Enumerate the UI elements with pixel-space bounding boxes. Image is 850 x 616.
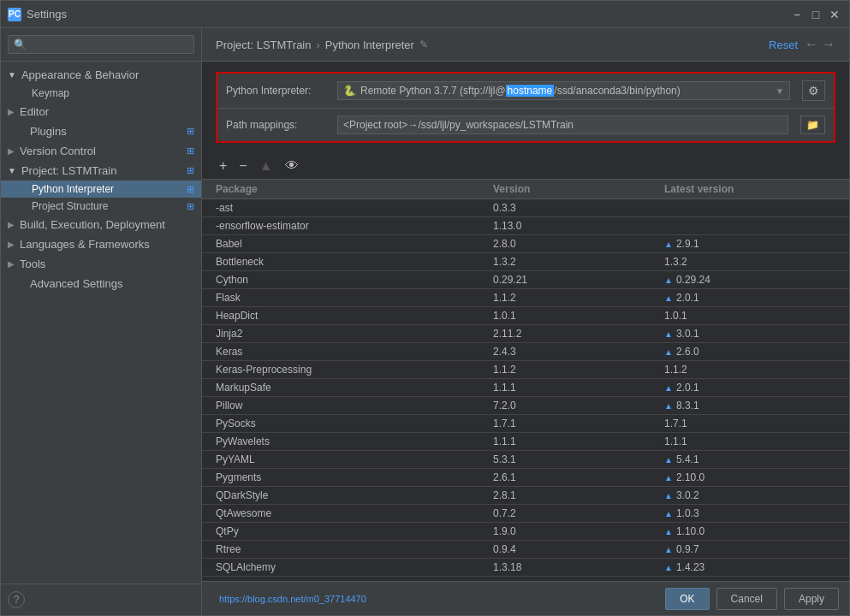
interpreter-text: Remote Python 3.7.7 (sftp://ljl@hostname… [360,85,770,97]
back-button[interactable]: ← [805,37,818,52]
arrow-icon: ▶ [8,259,15,269]
nav-arrows: ← → [805,37,835,52]
gear-button[interactable]: ⚙ [802,80,825,101]
folder-button[interactable]: 📁 [800,116,825,134]
update-arrow-icon: ▲ [664,383,673,393]
sidebar-item-appearance[interactable]: ▼ Appearance & Behavior [1,65,201,85]
table-row[interactable]: Keras-Preprocessing1.1.21.1.2 [202,361,849,379]
ok-button[interactable]: OK [665,588,709,610]
search-input[interactable] [8,35,194,54]
reset-button[interactable]: Reset [769,38,798,51]
table-row[interactable]: Flask1.1.2▲ 2.0.1 [202,289,849,307]
forward-button[interactable]: → [822,37,835,52]
sidebar-item-advanced[interactable]: Advanced Settings [1,274,201,293]
table-row[interactable]: Jinja22.11.2▲ 3.0.1 [202,325,849,343]
table-header: Package Version Latest version [202,180,849,199]
eye-button[interactable]: 👁 [282,157,302,175]
package-version: 1.3.2 [493,256,664,268]
package-version: 2.6.1 [493,471,664,483]
table-row[interactable]: QtAwesome0.7.2▲ 1.0.3 [202,505,849,523]
package-version: 1.1.2 [493,364,664,376]
package-version: 1.1.2 [493,292,664,304]
sidebar-item-plugins[interactable]: Plugins ⊞ [1,121,201,141]
update-arrow-icon: ▲ [664,545,673,554]
sidebar-item-project[interactable]: ▼ Project: LSTMTrain ⊞ [1,161,201,181]
sidebar-item-python-interpreter[interactable]: Python Interpreter ⊞ [1,181,201,198]
sidebar-item-label: Tools [20,258,45,270]
sidebar-item-version-control[interactable]: ▶ Version Control ⊞ [1,141,201,161]
close-button[interactable]: ✕ [827,7,842,22]
interpreter-label: Python Interpreter: [226,85,329,97]
sidebar-item-editor[interactable]: ▶ Editor [1,102,201,121]
table-row[interactable]: PySocks1.7.11.7.1 [202,415,849,433]
minimize-button[interactable]: − [789,7,805,22]
edit-icon[interactable]: ✎ [419,38,428,50]
arrow-icon: ▶ [8,107,15,116]
package-latest: ▲ 0.29.24 [664,274,835,286]
package-name: QtAwesome [216,507,493,519]
table-row[interactable]: MarkupSafe1.1.1▲ 2.0.1 [202,379,849,397]
add-package-button[interactable]: + [216,157,230,175]
path-mappings-input[interactable] [337,116,788,134]
sidebar-item-label: Build, Execution, Deployment [20,218,165,231]
sidebar-item-build[interactable]: ▶ Build, Execution, Deployment [1,215,201,234]
col-version: Version [493,183,664,195]
table-row[interactable]: QDarkStyle2.8.1▲ 3.0.2 [202,487,849,505]
package-latest: 1.1.1 [664,435,835,447]
sidebar-item-tools[interactable]: ▶ Tools [1,254,201,274]
table-row[interactable]: PyWavelets1.1.11.1.1 [202,433,849,451]
package-latest: ▲ 2.10.0 [664,471,835,483]
table-row[interactable]: -ast0.3.3 [202,199,849,217]
package-latest: ▲ 2.0.1 [664,382,835,394]
sidebar-item-languages[interactable]: ▶ Languages & Frameworks [1,234,201,254]
package-name: Keras [216,346,493,358]
package-version: 2.11.2 [493,328,664,340]
interpreter-select[interactable]: 🐍 Remote Python 3.7.7 (sftp://ljl@hostna… [337,81,790,100]
sidebar-item-label: Version Control [20,145,96,157]
package-latest: ▲ 3.0.1 [664,328,835,340]
apply-button[interactable]: Apply [784,588,839,610]
sidebar-item-project-structure[interactable]: Project Structure ⊞ [1,198,201,215]
package-name: -ensorflow-estimator [216,220,493,232]
maximize-button[interactable]: □ [808,7,823,22]
table-row[interactable]: -ensorflow-estimator1.13.0 [202,217,849,235]
table-row[interactable]: Pillow7.2.0▲ 8.3.1 [202,397,849,415]
sidebar-item-label: Plugins [30,125,67,138]
package-version: 1.0.1 [493,310,664,322]
package-version: 0.7.2 [493,507,664,519]
arrow-icon: ▶ [8,146,15,156]
right-panel: Project: LSTMTrain › Python Interpreter … [202,28,849,615]
table-row[interactable]: Cython0.29.21▲ 0.29.24 [202,271,849,289]
package-name: SQLAlchemy [216,561,493,573]
package-latest: ▲ 2.6.0 [664,346,835,358]
package-version: 2.8.0 [493,238,664,250]
main-content: ▼ Appearance & Behavior Keymap ▶ Editor … [1,28,849,615]
remove-package-button[interactable]: − [235,157,250,175]
nav-list: ▼ Appearance & Behavior Keymap ▶ Editor … [1,62,201,583]
package-name: Jinja2 [216,328,493,340]
col-package: Package [216,183,493,195]
help-button[interactable]: ? [8,591,25,608]
table-row[interactable]: Keras2.4.3▲ 2.6.0 [202,343,849,361]
update-arrow-icon: ▲ [664,401,673,411]
table-row[interactable]: SQLAlchemy1.3.18▲ 1.4.23 [202,559,849,577]
sidebar-item-keymap[interactable]: Keymap [1,85,201,102]
cancel-button[interactable]: Cancel [716,588,777,610]
arrow-icon: ▶ [8,240,15,249]
ps-badge: ⊞ [187,201,194,212]
table-row[interactable]: Rtree0.9.4▲ 0.9.7 [202,541,849,559]
package-name: PyWavelets [216,435,493,447]
sidebar: ▼ Appearance & Behavior Keymap ▶ Editor … [1,28,202,615]
table-row[interactable]: Bottleneck1.3.21.3.2 [202,253,849,271]
table-row[interactable]: HeapDict1.0.11.0.1 [202,307,849,325]
table-row[interactable]: Babel2.8.0▲ 2.9.1 [202,235,849,253]
package-latest: ▲ 1.0.3 [664,507,835,519]
up-button[interactable]: ▲ [256,157,276,175]
path-mappings-label: Path mappings: [226,119,329,131]
update-arrow-icon: ▲ [664,473,673,483]
arrow-icon: ▼ [8,166,16,175]
table-row[interactable]: Pygments2.6.1▲ 2.10.0 [202,469,849,487]
table-row[interactable]: PyYAML5.3.1▲ 5.4.1 [202,451,849,469]
table-row[interactable]: QtPy1.9.0▲ 1.10.0 [202,523,849,541]
interpreter-suffix: /ssd/anaconda3/bin/python) [554,85,680,97]
